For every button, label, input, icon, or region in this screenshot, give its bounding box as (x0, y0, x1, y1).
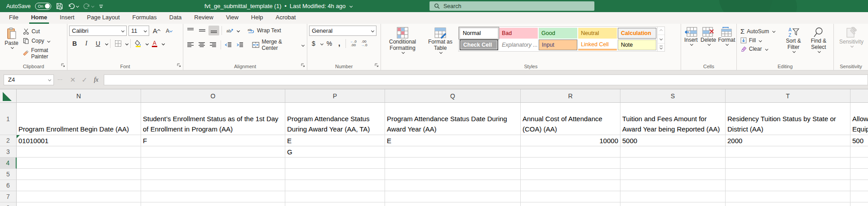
increase-font-size-button[interactable]: A (151, 26, 162, 36)
cell-P1[interactable]: Program Attendance Status During Award Y… (285, 103, 385, 135)
orientation-chevron-icon[interactable] (237, 29, 240, 32)
cell-S3[interactable] (620, 146, 726, 158)
cell-U4[interactable] (850, 158, 868, 169)
cell-style-input[interactable]: Input (539, 39, 577, 50)
accounting-chevron-icon[interactable] (320, 42, 323, 45)
tab-help[interactable]: Help (245, 12, 270, 24)
cell-O1[interactable]: Student’s Enrollment Status as of the 1s… (141, 103, 285, 135)
font-size-select[interactable]: 11 (128, 26, 149, 36)
cell-Q2[interactable]: E (385, 135, 521, 146)
cell-P2[interactable]: E (285, 135, 385, 146)
underline-chevron-icon[interactable] (105, 42, 108, 45)
underline-button[interactable]: U (93, 39, 103, 48)
italic-button[interactable]: I (81, 39, 92, 48)
cell-S7[interactable] (620, 191, 726, 202)
cell-R1[interactable]: Annual Cost of Attendance (COA) (AA) (521, 103, 620, 135)
row-header-3[interactable]: 3 (0, 146, 17, 158)
increase-decimal-button[interactable]: ←.0.00 (349, 39, 358, 48)
cell-R5[interactable] (521, 169, 620, 180)
tab-file[interactable]: File (3, 12, 25, 24)
tab-review[interactable]: Review (188, 12, 220, 24)
cell-O4[interactable] (141, 158, 285, 169)
column-header-R[interactable]: R (521, 89, 620, 103)
cell-S1[interactable]: Tuition and Fees Amount for Award Year b… (620, 103, 726, 135)
cancel-button[interactable]: ✕ (67, 75, 79, 85)
insert-cells-button[interactable]: Insert (683, 26, 699, 62)
cell-N1[interactable]: Program Enrollment Begin Date (AA) (17, 103, 141, 135)
cell-P4[interactable] (285, 158, 385, 169)
clipboard-dialog-launcher[interactable] (61, 61, 65, 69)
wrap-text-button[interactable]: ab Wrap Text (246, 26, 283, 35)
cell-R7[interactable] (521, 191, 620, 202)
cell-R8[interactable] (521, 202, 620, 206)
cell-U1[interactable]: Allow Equip (850, 103, 868, 135)
cell-Q7[interactable] (385, 191, 521, 202)
cell-N6[interactable] (17, 180, 141, 191)
cell-O5[interactable] (141, 169, 285, 180)
decrease-font-size-button[interactable]: A (164, 26, 174, 36)
row-header-6[interactable]: 6 (0, 180, 17, 191)
search-box[interactable]: Search (430, 1, 594, 11)
align-center-button[interactable] (196, 40, 207, 50)
cell-N3[interactable] (17, 146, 141, 158)
top-align-button[interactable] (185, 26, 196, 35)
column-header-P[interactable]: P (285, 89, 385, 103)
cell-S2[interactable]: 5000 (620, 135, 726, 146)
gallery-more-button[interactable] (658, 44, 664, 51)
tab-acrobat[interactable]: Acrobat (270, 12, 302, 24)
tab-data[interactable]: Data (163, 12, 188, 24)
format-painter-button[interactable]: Format Painter (21, 46, 66, 61)
cell-N8[interactable] (17, 202, 141, 206)
cell-Q5[interactable] (385, 169, 521, 180)
cell-O2[interactable]: F (141, 135, 285, 146)
font-dialog-launcher[interactable] (177, 61, 181, 69)
row-header-8[interactable]: 8 (0, 202, 17, 206)
column-header-Q[interactable]: Q (385, 89, 521, 103)
bold-button[interactable]: B (69, 39, 80, 48)
enter-button[interactable]: ✓ (79, 75, 90, 85)
accounting-format-button[interactable]: $ (309, 39, 318, 48)
cell-T8[interactable] (726, 202, 850, 206)
font-name-select[interactable]: Calibri (69, 26, 127, 36)
cell-R2[interactable]: 10000 (521, 135, 620, 146)
tab-insert[interactable]: Insert (53, 12, 81, 24)
column-header-N[interactable]: N (17, 89, 141, 103)
cell-P6[interactable] (285, 180, 385, 191)
cell-P5[interactable] (285, 169, 385, 180)
select-all-button[interactable] (0, 89, 17, 103)
cell-style-check-cell[interactable]: Check Cell (460, 39, 498, 50)
clear-button[interactable]: Clear (739, 45, 780, 53)
fill-color-chevron-icon[interactable] (146, 42, 149, 45)
row-header-1[interactable]: 1 (0, 103, 17, 135)
cell-U3[interactable] (850, 146, 868, 158)
undo-button[interactable] (68, 3, 79, 9)
formula-bar-drag-handle[interactable]: ⋮ (58, 77, 63, 83)
autosum-button[interactable]: Σ AutoSum (739, 26, 780, 36)
document-title[interactable]: fvt_ge_submittal_template (1) • Last Mod… (204, 0, 352, 12)
conditional-formatting-button[interactable]: Conditional Formatting (383, 26, 422, 53)
find-select-button[interactable]: Find & Select (807, 26, 830, 62)
row-header-4[interactable]: 4 (0, 158, 17, 169)
cell-O3[interactable] (141, 146, 285, 158)
column-header-O[interactable]: O (141, 89, 285, 103)
tab-view[interactable]: View (220, 12, 245, 24)
sensitivity-button[interactable]: Sensitivity (836, 26, 867, 62)
number-dialog-launcher[interactable] (374, 61, 379, 69)
cell-Q3[interactable] (385, 146, 521, 158)
orientation-button[interactable]: ab (224, 26, 235, 35)
cell-style-calculation[interactable]: Calculation (618, 28, 656, 39)
cell-style-bad[interactable]: Bad (499, 28, 538, 39)
formula-input[interactable] (104, 75, 868, 85)
cell-N2[interactable]: 01010001 (17, 135, 141, 146)
cell-style-good[interactable]: Good (539, 28, 577, 39)
cell-style-note[interactable]: Note (618, 39, 656, 50)
decrease-decimal-button[interactable]: .00→.0 (359, 39, 369, 48)
delete-cells-button[interactable]: Delete (700, 26, 717, 62)
cell-U7[interactable] (850, 191, 868, 202)
cell-Q8[interactable] (385, 202, 521, 206)
cell-style-normal[interactable]: Normal (460, 28, 498, 39)
borders-button[interactable] (113, 39, 124, 48)
save-button[interactable] (56, 2, 63, 10)
cell-T4[interactable] (726, 158, 850, 169)
column-header-U[interactable]: U (850, 89, 868, 103)
